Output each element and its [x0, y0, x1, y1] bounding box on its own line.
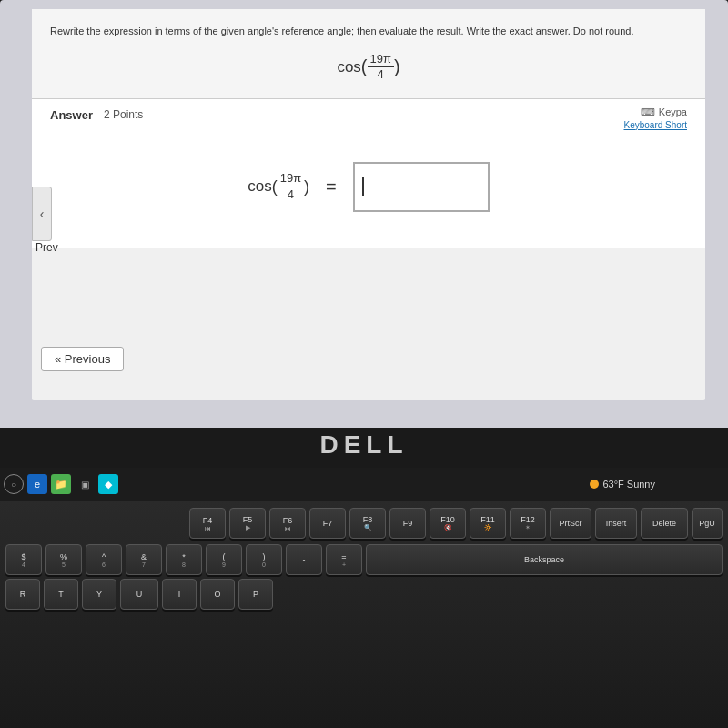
key-t[interactable]: T — [44, 579, 78, 610]
taskbar-icon-4[interactable]: ◆ — [98, 474, 118, 494]
key-f8[interactable]: F8🔍 — [349, 508, 386, 539]
answer-input-box[interactable] — [353, 162, 490, 212]
key-equals[interactable]: =+ — [326, 544, 362, 575]
key-lparen-9[interactable]: (9 — [206, 544, 242, 575]
answer-section: Answer 2 Points ⌨ Keypa Keyboard Short c… — [32, 99, 705, 248]
keyboard: F4⏮ F5▶ F6⏭ F7 F8🔍 F9 F10🔇 F11🔆 F12✶ Prt… — [0, 500, 728, 728]
key-f9[interactable]: F9 — [389, 508, 426, 539]
browser-icon: e — [35, 479, 40, 490]
weather-icon — [590, 480, 599, 489]
taskbar: ○ e 📁 ▣ ◆ 63°F Sunny — [0, 468, 728, 500]
equals-sign: = — [326, 177, 337, 197]
key-r[interactable]: R — [5, 579, 40, 610]
key-f6[interactable]: F6⏭ — [269, 508, 306, 539]
key-caret-6[interactable]: ^6 — [86, 544, 122, 575]
key-f10[interactable]: F10🔇 — [430, 508, 466, 539]
keypad-icon: ⌨ — [641, 106, 655, 118]
equation-area: cos( 19π 4 ) = — [50, 135, 687, 239]
key-f4[interactable]: F4⏮ — [189, 508, 226, 539]
number-row: $4 %5 ^6 &7 *8 (9 )0 - =+ Backspace — [4, 544, 724, 575]
generic-icon: ▣ — [81, 480, 89, 490]
key-y[interactable]: Y — [82, 579, 116, 610]
app-icon: ◆ — [105, 479, 112, 490]
key-delete[interactable]: Delete — [641, 508, 688, 539]
equation-lhs: cos( 19π 4 ) — [248, 172, 309, 201]
keypad-button[interactable]: ⌨ Keypa Keyboard Short — [624, 106, 688, 130]
key-minus[interactable]: - — [286, 544, 322, 575]
letter-row: R T Y U I O P — [4, 579, 724, 610]
worksheet: Rewrite the expression in terms of the g… — [32, 9, 705, 400]
function-key-row: F4⏮ F5▶ F6⏭ F7 F8🔍 F9 F10🔇 F11🔆 F12✶ Prt… — [4, 508, 724, 539]
key-pgup[interactable]: PgU — [692, 508, 723, 539]
key-backspace[interactable]: Backspace — [366, 544, 723, 575]
key-rparen-0[interactable]: )0 — [246, 544, 282, 575]
taskbar-icon-3[interactable]: ▣ — [75, 474, 95, 494]
key-percent-5[interactable]: %5 — [46, 544, 82, 575]
problem-instruction: Rewrite the expression in terms of the g… — [50, 25, 687, 36]
key-o[interactable]: O — [200, 579, 235, 610]
key-p[interactable]: P — [238, 579, 273, 610]
key-prtscr[interactable]: PrtScr — [550, 508, 592, 539]
key-star-8[interactable]: *8 — [166, 544, 202, 575]
answer-points: 2 Points — [104, 108, 143, 121]
answer-header: Answer 2 Points ⌨ Keypa Keyboard Short — [50, 108, 687, 122]
screen: Rewrite the expression in terms of the g… — [0, 0, 728, 428]
nav-arrow-left[interactable]: ‹ — [32, 187, 52, 241]
previous-button[interactable]: « Previous — [41, 347, 124, 371]
key-dollar-4[interactable]: $4 — [5, 544, 42, 575]
cursor — [362, 177, 364, 196]
key-f5[interactable]: F5▶ — [229, 508, 266, 539]
key-f12[interactable]: F12✶ — [510, 508, 546, 539]
edge-icon[interactable]: e — [27, 474, 47, 494]
left-chevron-icon: ‹ — [40, 207, 45, 221]
key-amp-7[interactable]: &7 — [126, 544, 162, 575]
keypad-label: Keypa — [659, 106, 687, 117]
key-f7[interactable]: F7 — [309, 508, 346, 539]
key-insert[interactable]: Insert — [595, 508, 637, 539]
key-u[interactable]: U — [120, 579, 158, 610]
keyboard-shortcut-link[interactable]: Keyboard Short — [624, 120, 688, 130]
start-button[interactable]: ○ — [4, 474, 24, 494]
answer-label: Answer — [50, 108, 93, 122]
problem-section: Rewrite the expression in terms of the g… — [32, 9, 705, 99]
key-i[interactable]: I — [162, 579, 197, 610]
problem-expression: cos( 19π 4 ) — [50, 49, 687, 89]
key-f11[interactable]: F11🔆 — [470, 508, 506, 539]
weather-widget: 63°F Sunny — [590, 479, 655, 490]
folder-icon: 📁 — [55, 479, 67, 490]
weather-text: 63°F Sunny — [602, 479, 655, 490]
dell-logo: DELL — [319, 430, 408, 460]
prev-nav-label: Prev — [32, 241, 58, 254]
windows-icon: ○ — [11, 480, 16, 490]
files-icon[interactable]: 📁 — [51, 474, 71, 494]
